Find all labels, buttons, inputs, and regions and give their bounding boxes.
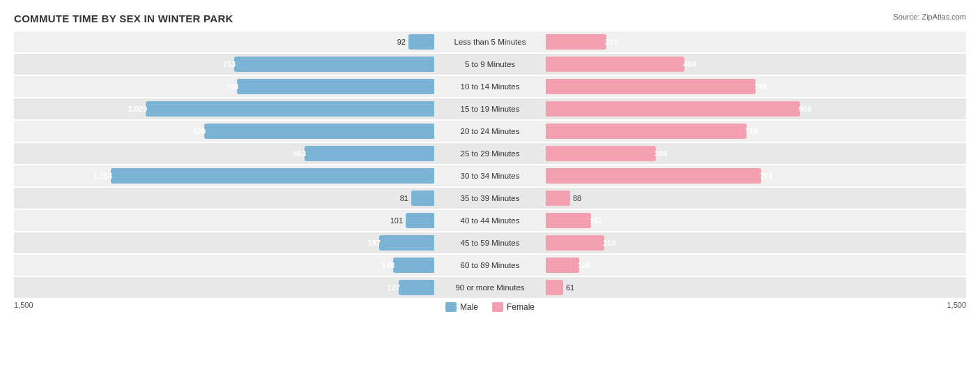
male-swatch [445,302,457,312]
axis-left: 1,500 [14,301,33,312]
row-label: 5 to 9 Minutes [434,60,546,68]
female-value: 216 [605,38,618,46]
table-row: 92Less than 5 Minutes216 [14,31,966,52]
table-row: 46325 to 29 Minutes394 [14,143,966,164]
female-value: 394 [654,149,667,158]
row-label: 30 to 34 Minutes [434,172,546,180]
table-row: 7135 to 9 Minutes494 [14,54,966,75]
female-bar [546,168,761,184]
table-row: 70410 to 14 Minutes748 [14,76,966,97]
female-value: 61 [566,283,574,292]
male-value: 1,154 [93,172,112,180]
female-bar [546,57,684,72]
legend-male: Male [445,302,478,312]
female-value: 494 [683,60,696,68]
row-label: 10 to 14 Minutes [434,82,546,91]
male-value: 101 [390,216,403,225]
male-bar [408,34,434,50]
table-row: 82020 to 24 Minutes716 [14,121,966,142]
row-label: 25 to 29 Minutes [434,149,546,158]
male-value: 713 [223,60,236,68]
female-bar [546,124,747,139]
female-bar [546,146,656,161]
female-bar [546,34,606,50]
row-label: 35 to 39 Minutes [434,194,546,202]
table-row: 10140 to 44 Minutes162 [14,210,966,231]
male-value: 197 [368,239,381,247]
female-label: Female [507,302,535,312]
female-bar [546,101,800,117]
male-label: Male [460,302,478,312]
male-value: 463 [293,149,306,158]
row-label: Less than 5 Minutes [434,38,546,46]
male-bar [411,191,434,206]
table-row: 19745 to 59 Minutes210 [14,232,966,253]
axis-labels: 1,500 Male Female 1,500 [14,301,966,312]
male-bar [305,146,434,161]
table-row: 1,15430 to 34 Minutes768 [14,165,966,186]
table-row: 14860 to 89 Minutes120 [14,255,966,276]
female-value: 748 [754,82,767,91]
row-label: 15 to 19 Minutes [434,105,546,113]
female-bar [546,191,570,206]
female-value: 88 [573,194,581,202]
female-value: 210 [603,239,615,247]
legend: Male Female [445,302,535,312]
female-value: 716 [745,127,758,135]
male-bar [399,280,434,295]
row-label: 90 or more Minutes [434,283,546,292]
male-bar [393,258,434,273]
axis-right: 1,500 [947,301,966,312]
female-bar [546,258,579,273]
chart-container: COMMUTE TIME BY SEX IN WINTER PARK Sourc… [0,0,980,365]
female-value: 908 [799,105,811,113]
chart-title: COMMUTE TIME BY SEX IN WINTER PARK [14,13,966,24]
male-bar [237,79,434,94]
female-value: 120 [578,261,590,269]
female-bar [546,280,563,295]
female-value: 162 [590,216,602,225]
male-bar [204,124,434,139]
male-value: 1,029 [128,105,147,113]
female-swatch [492,302,503,312]
source-label: Source: ZipAtlas.com [893,13,966,21]
male-value: 127 [388,283,400,292]
table-row: 12790 or more Minutes61 [14,277,966,298]
male-bar [406,213,434,228]
male-value: 704 [226,82,238,91]
table-row: 8135 to 39 Minutes88 [14,188,966,209]
row-label: 60 to 89 Minutes [434,261,546,269]
row-label: 45 to 59 Minutes [434,239,546,247]
male-bar [234,57,434,72]
female-bar [546,213,591,228]
male-value: 820 [193,127,206,135]
chart-rows: 92Less than 5 Minutes2167135 to 9 Minute… [14,31,966,298]
table-row: 1,02915 to 19 Minutes908 [14,98,966,119]
female-bar [546,235,604,251]
row-label: 20 to 24 Minutes [434,127,546,135]
female-bar [546,79,756,94]
male-bar [146,101,434,117]
male-value: 92 [397,38,406,46]
male-value: 148 [382,261,395,269]
male-bar [379,235,434,251]
row-label: 40 to 44 Minutes [434,216,546,225]
legend-female: Female [492,302,535,312]
female-value: 768 [760,172,772,180]
male-bar [111,168,434,184]
male-value: 81 [400,194,408,202]
